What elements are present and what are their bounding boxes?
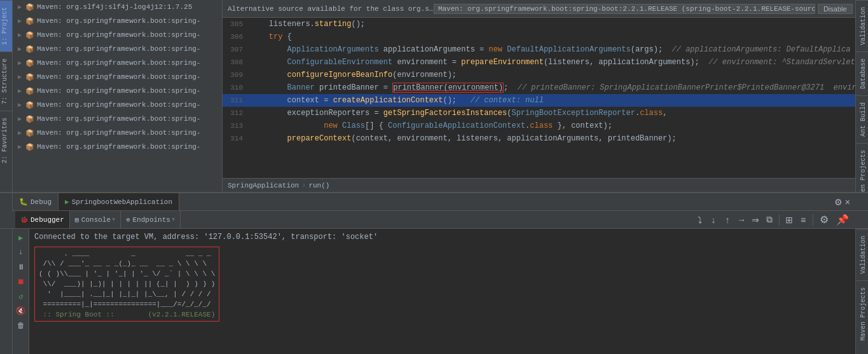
list-item[interactable]: ▶ 📦 Maven: org.springframework.boot:spri…: [13, 126, 222, 140]
clear-btn[interactable]: 🗑: [15, 319, 27, 332]
threads-btn[interactable]: ≡: [796, 213, 810, 227]
app-icon: ▶: [65, 198, 69, 206]
alt-source-bar: Alternative source available for the cla…: [223, 0, 868, 18]
left-side-tabs: 1: Project 7: Structure 2: Favorites: [0, 0, 13, 192]
frames-btn[interactable]: ⧉: [762, 213, 776, 227]
alt-source-dropdown[interactable]: Maven: org.springframework.boot:spring-b…: [434, 4, 815, 14]
code-line-313: 313 new Class[] { ConfigurableApplicatio…: [223, 119, 868, 132]
line-content: Banner printedBanner = printBanner(envir…: [248, 81, 868, 94]
expand-arrow: ▶: [18, 17, 25, 25]
item-label: Maven: org.springframework.boot:spring-: [37, 31, 200, 39]
close-button[interactable]: ×: [845, 197, 850, 207]
ascii-line-2: /\\ / ___'_ __ _ _(_)_ __ __ _ \ \ \ \: [39, 259, 215, 269]
line-number: 305: [223, 18, 248, 31]
item-label: Maven: org.springframework.boot:spring-: [37, 59, 200, 67]
right-tab-validation[interactable]: Validation: [856, 0, 868, 51]
debug-icon: 🐛: [19, 198, 28, 206]
toolbar-separator-2: [813, 214, 813, 226]
item-label: Maven: org.springframework.boot:spring-: [37, 143, 200, 151]
breadcrumb-separator: ›: [301, 181, 306, 190]
left-panel: ▶ 📦 Maven: org.slf4j:slf4j-log4j12:1.7.2…: [13, 0, 223, 192]
list-item[interactable]: ▶ 📦 Maven: org.springframework.boot:spri…: [13, 56, 222, 70]
sidebar-tab-project[interactable]: 1: Project: [0, 0, 12, 51]
console-right-tabs: Validation Maven Projects: [855, 229, 868, 354]
step-out-btn[interactable]: ↑: [720, 213, 734, 227]
list-item[interactable]: ▶ 📦 Maven: org.springframework.boot:spri…: [13, 98, 222, 112]
debugger-label: Debugger: [31, 216, 64, 224]
console-tab[interactable]: ▤ Console ▼: [70, 211, 121, 228]
stop-btn[interactable]: ⏹: [15, 275, 27, 288]
debugger-icon: 🐞: [20, 216, 28, 224]
debug-area: 🐛 Debug ▶ SpringbootWebApplication ⚙ × 🐞…: [0, 192, 868, 354]
list-item[interactable]: ▶ 📦 Maven: org.slf4j:slf4j-log4j12:1.7.2…: [13, 0, 222, 14]
ascii-line-5: ' |____| .__|_| |_|_| |_\__, | / / / /: [39, 289, 215, 299]
item-label: Maven: org.springframework.boot:spring-: [37, 101, 200, 109]
line-number: 306: [223, 31, 248, 43]
step-into-btn[interactable]: ↓: [706, 213, 720, 227]
settings-button[interactable]: ⚙: [834, 197, 843, 207]
list-item[interactable]: ▶ 📦 Maven: org.springframework.boot:spri…: [13, 140, 222, 154]
item-label: Maven: org.springframework.boot:spring-: [37, 45, 200, 53]
maven-icon: 📦: [25, 143, 34, 151]
code-line-305: 305 listeners.starting();: [223, 18, 868, 31]
right-tab-ant[interactable]: Ant Build: [856, 95, 868, 143]
right-tab-validation-bottom[interactable]: Validation: [856, 229, 868, 280]
pause-btn[interactable]: ⏸: [15, 261, 27, 273]
line-content: ConfigurableEnvironment environment = pr…: [248, 56, 868, 69]
code-line-314: 314 prepareContext(context, environment,…: [223, 132, 868, 145]
list-item[interactable]: ▶ 📦 Maven: org.springframework.boot:spri…: [13, 42, 222, 56]
list-item[interactable]: ▶ 📦 Maven: org.springframework.boot:spri…: [13, 112, 222, 126]
line-number: 307: [223, 43, 248, 56]
maven-icon: 📦: [25, 73, 34, 81]
item-label: Maven: org.springframework.boot:spring-: [37, 115, 200, 123]
expand-arrow: ▶: [18, 87, 25, 95]
line-content: configureIgnoreBeanInfo(environment);: [248, 69, 868, 81]
force-step-btn[interactable]: ⇒: [748, 213, 762, 227]
settings-gear-btn[interactable]: ⚙: [816, 212, 832, 227]
list-item[interactable]: ▶ 📦 Maven: org.springframework.boot:spri…: [13, 14, 222, 28]
sidebar-tab-favorites[interactable]: 2: Favorites: [0, 111, 12, 170]
line-number: 312: [223, 107, 248, 119]
mute-btn[interactable]: 🔇: [15, 304, 27, 317]
pin-btn[interactable]: 📌: [832, 212, 853, 227]
item-label: Maven: org.slf4j:slf4j-log4j12:1.7.25: [37, 3, 192, 11]
line-number: 309: [223, 69, 248, 81]
right-tab-database[interactable]: Database: [856, 51, 868, 95]
right-tab-maven[interactable]: Maven Projects: [856, 143, 868, 192]
list-item[interactable]: ▶ 📦 Maven: org.springframework.boot:spri…: [13, 28, 222, 42]
expand-arrow: ▶: [18, 3, 25, 11]
sidebar-tab-structure[interactable]: 7: Structure: [0, 51, 12, 111]
toolbar-separator: [779, 214, 780, 226]
line-content: ApplicationArguments applicationArgument…: [248, 43, 868, 56]
resume-btn[interactable]: ▶: [15, 231, 27, 244]
endpoints-arrow: ▼: [172, 217, 175, 223]
debug-left-tabs: [0, 193, 13, 211]
debug-side-toolbar: [0, 229, 13, 354]
line-number: 313: [223, 119, 248, 132]
line-content: try {: [248, 31, 868, 43]
list-item[interactable]: ▶ 📦 Maven: org.springframework.boot:spri…: [13, 84, 222, 98]
expand-arrow: ▶: [18, 73, 25, 81]
maven-icon: 📦: [25, 59, 34, 67]
item-label: Maven: org.springframework.boot:spring-: [37, 129, 200, 137]
expand-arrow: ▶: [18, 143, 25, 151]
code-line-309: 309 configureIgnoreBeanInfo(environment)…: [223, 69, 868, 81]
run-cursor-btn[interactable]: →: [734, 213, 748, 227]
endpoints-icon: ⊕: [126, 216, 130, 224]
maven-icon: 📦: [25, 3, 34, 11]
line-content: listeners.starting();: [248, 18, 868, 31]
endpoints-tab[interactable]: ⊕ Endpoints ▼: [121, 211, 181, 228]
evaluate-btn[interactable]: ⊞: [782, 213, 796, 227]
ascii-line-3: ( ( )\\___ | '_ | '_| | '_ \/ _` | \ \ \…: [39, 269, 215, 279]
ascii-line-6: =========|_|===============|___/=/_/_/_/: [39, 299, 215, 310]
debugger-tab[interactable]: 🐞 Debugger: [15, 211, 70, 228]
debug-tab-debug[interactable]: 🐛 Debug: [13, 193, 59, 210]
right-tab-maven-bottom[interactable]: Maven Projects: [856, 280, 868, 347]
list-item[interactable]: ▶ 📦 Maven: org.springframework.boot:spri…: [13, 70, 222, 84]
disable-button[interactable]: Disable: [818, 4, 853, 14]
debug-tab-app[interactable]: ▶ SpringbootWebApplication: [59, 193, 179, 210]
debug-tabs-bar: 🐞 Debugger ▤ Console ▼ ⊕ Endpoints ▼ ⤵ ↓…: [0, 211, 868, 229]
step-over-btn[interactable]: ⤵: [692, 213, 706, 227]
step-btn[interactable]: ↓: [15, 246, 27, 259]
restart-btn[interactable]: ↺: [15, 290, 27, 303]
